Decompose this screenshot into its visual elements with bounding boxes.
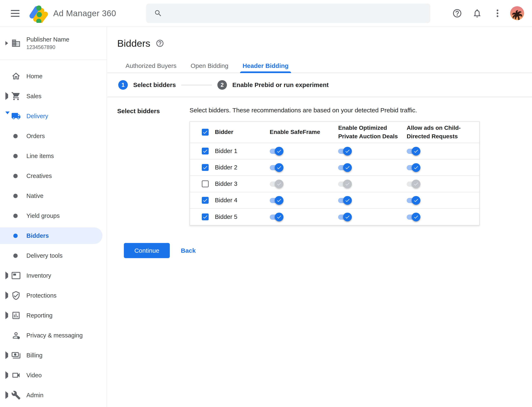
step-1[interactable]: 1Select bidders [118,80,176,90]
tab-open-bidding[interactable]: Open Bidding [184,59,235,73]
privacy-icon [11,331,21,340]
step-label: Enable Prebid or run experiment [232,81,329,88]
optimized-deals-toggle[interactable] [338,147,352,156]
chevron-right-icon [5,391,8,399]
bullet-icon [13,194,18,198]
report-icon [11,311,21,320]
home-icon [11,71,21,81]
sidebar-item-protections[interactable]: Protections [0,286,107,305]
child-directed-toggle[interactable] [407,163,420,172]
table-description: Select bidders. These recommendations ar… [190,107,480,114]
step-number-badge: 1 [118,80,128,90]
sidebar-item-label: Line items [26,153,54,159]
sidebar-item-line-items[interactable]: Line items [0,146,107,166]
toggle-knob [343,147,352,156]
chevron-right-icon [5,272,8,279]
sidebar-item-yield-groups[interactable]: Yield groups [0,206,107,226]
sidebar-item-orders[interactable]: Orders [0,126,107,146]
safeframe-toggle[interactable] [270,212,283,222]
tab-authorized-buyers[interactable]: Authorized Buyers [119,59,184,73]
sidebar-item-sales[interactable]: Sales [0,86,107,106]
toggle-knob [412,180,420,188]
sidebar-item-privacy-messaging[interactable]: Privacy & messaging [0,325,107,345]
search-input[interactable] [168,4,430,23]
tab-bar: Authorized BuyersOpen BiddingHeader Bidd… [107,59,532,73]
publisher-selector[interactable]: Publisher Name 1234567890 [0,27,107,60]
sidebar-item-label: Delivery [26,113,48,120]
sidebar-item-video[interactable]: Video [0,365,107,385]
sidebar-item-home[interactable]: Home [0,66,107,86]
shield-icon [11,291,21,300]
search-bar[interactable] [146,4,430,23]
row-checkbox[interactable] [202,197,209,204]
column-header-enable-optimized-private-auction-deals: Enable Optimized Private Auction Deals [338,122,407,143]
sidebar-item-delivery[interactable]: Delivery [0,106,107,126]
notifications-icon[interactable] [472,8,482,18]
bidder-row-bidder-2: Bidder 2 [190,159,479,176]
menu-icon[interactable] [11,8,20,18]
safeframe-toggle[interactable] [270,147,283,156]
bidder-row-bidder-3: Bidder 3 [190,176,479,192]
toggle-knob [343,163,352,172]
inventory-icon [11,271,21,280]
bidder-name: Bidder 3 [215,176,270,192]
bidder-row-bidder-4: Bidder 4 [190,192,479,209]
safeframe-toggle[interactable] [270,180,283,188]
chevron-right-icon [5,371,8,379]
sidebar-item-inventory[interactable]: Inventory [0,266,107,286]
sidebar-item-label: Reporting [26,312,53,319]
tab-header-bidding[interactable]: Header Bidding [235,59,296,73]
toggle-knob [343,196,352,205]
sidebar-item-label: Yield groups [26,212,60,219]
bidders-table: BidderEnable SafeFrameEnable Optimized P… [190,121,480,226]
row-checkbox[interactable] [202,180,209,187]
child-directed-toggle[interactable] [407,180,420,188]
safeframe-toggle[interactable] [270,163,283,172]
optimized-deals-toggle[interactable] [338,212,352,222]
safeframe-toggle[interactable] [270,196,283,205]
sidebar-item-billing[interactable]: Billing [0,345,107,365]
avatar[interactable]: 🌴 [510,6,524,20]
sidebar-item-admin[interactable]: Admin [0,385,107,405]
sidebar-item-native[interactable]: Native [0,186,107,206]
select-all-checkbox[interactable] [202,129,209,136]
bidder-row-bidder-1: Bidder 1 [190,143,479,159]
billing-icon [11,351,21,360]
optimized-deals-toggle[interactable] [338,163,352,172]
bullet-icon [13,134,18,138]
sidebar-item-bidders[interactable]: Bidders [0,226,107,246]
row-checkbox[interactable] [202,164,209,171]
continue-button[interactable]: Continue [124,243,170,258]
bidder-name: Bidder 5 [215,209,270,225]
child-directed-toggle[interactable] [407,212,420,222]
sidebar-item-label: Home [26,73,42,80]
help-icon[interactable] [156,39,164,47]
back-button[interactable]: Back [181,247,196,254]
child-directed-toggle[interactable] [407,196,420,205]
step-2[interactable]: 2Enable Prebid or run experiment [217,80,329,90]
step-label: Select bidders [133,81,176,88]
admin-icon [11,390,21,400]
child-directed-toggle[interactable] [407,147,420,156]
sidebar-item-delivery-tools[interactable]: Delivery tools [0,246,107,266]
optimized-deals-toggle[interactable] [338,180,352,188]
sidebar-item-label: Protections [26,292,56,299]
help-icon[interactable] [452,8,462,18]
cart-icon [11,91,21,101]
sidebar-item-label: Orders [26,133,45,140]
stepper: 1Select bidders2Enable Prebid or run exp… [107,73,532,97]
row-checkbox[interactable] [202,148,209,155]
page-title: Bidders [117,38,150,49]
more-vert-icon[interactable] [492,8,502,18]
column-header-bidder: Bidder [215,122,270,143]
bidder-name: Bidder 1 [215,143,270,159]
row-checkbox[interactable] [202,213,209,220]
chevron-right-icon [5,92,8,100]
sidebar-item-creatives[interactable]: Creatives [0,166,107,186]
sidebar: Publisher Name 1234567890 HomeSalesDeliv… [0,27,107,407]
palm-tree-icon: 🌴 [510,11,524,20]
toggle-knob [412,163,420,172]
optimized-deals-toggle[interactable] [338,196,352,205]
sidebar-item-reporting[interactable]: Reporting [0,305,107,325]
toggle-knob [275,196,283,205]
